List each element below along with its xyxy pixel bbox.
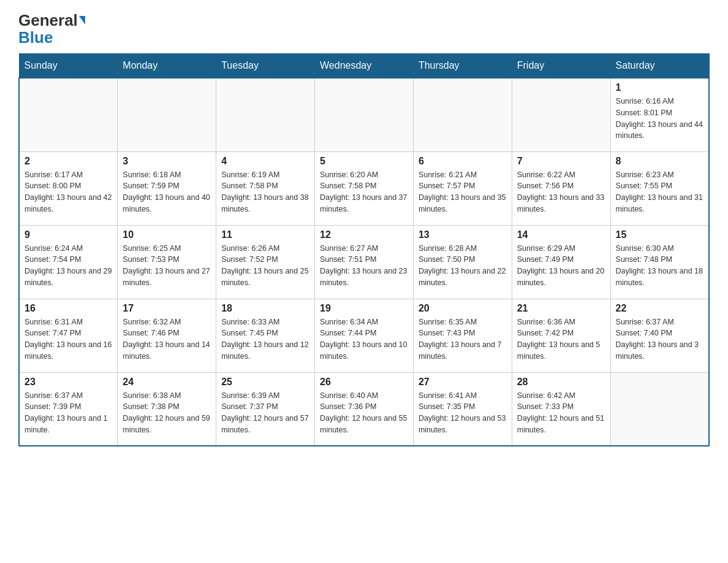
day-number: 18: [221, 303, 309, 314]
calendar-cell: [19, 78, 118, 151]
weekday-header-monday: Monday: [118, 54, 216, 79]
day-info: Sunrise: 6:19 AMSunset: 7:58 PMDaylight:…: [221, 169, 309, 215]
day-info: Sunrise: 6:16 AMSunset: 8:01 PMDaylight:…: [616, 96, 703, 142]
day-info: Sunrise: 6:41 AMSunset: 7:35 PMDaylight:…: [419, 390, 507, 436]
day-info: Sunrise: 6:36 AMSunset: 7:42 PMDaylight:…: [517, 316, 605, 362]
day-number: 21: [517, 303, 605, 314]
calendar-cell: 8Sunrise: 6:23 AMSunset: 7:55 PMDaylight…: [610, 151, 709, 225]
day-info: Sunrise: 6:30 AMSunset: 7:48 PMDaylight:…: [616, 243, 703, 289]
day-number: 28: [517, 377, 605, 388]
weekday-header-row: SundayMondayTuesdayWednesdayThursdayFrid…: [19, 54, 709, 79]
calendar-cell: 9Sunrise: 6:24 AMSunset: 7:54 PMDaylight…: [19, 225, 118, 299]
day-info: Sunrise: 6:39 AMSunset: 7:37 PMDaylight:…: [221, 390, 309, 436]
day-number: 24: [123, 377, 211, 388]
day-info: Sunrise: 6:32 AMSunset: 7:46 PMDaylight:…: [123, 316, 211, 362]
logo-triangle-icon: [79, 16, 85, 25]
calendar-cell: 12Sunrise: 6:27 AMSunset: 7:51 PMDayligh…: [315, 225, 414, 299]
calendar-cell: 4Sunrise: 6:19 AMSunset: 7:58 PMDaylight…: [216, 151, 315, 225]
day-info: Sunrise: 6:31 AMSunset: 7:47 PMDaylight:…: [25, 316, 112, 362]
calendar-cell: 19Sunrise: 6:34 AMSunset: 7:44 PMDayligh…: [315, 299, 414, 372]
weekday-header-wednesday: Wednesday: [315, 54, 414, 79]
day-number: 3: [123, 156, 211, 167]
calendar-cell: 3Sunrise: 6:18 AMSunset: 7:59 PMDaylight…: [118, 151, 216, 225]
logo-text-blue: Blue: [18, 28, 53, 47]
day-number: 27: [419, 377, 507, 388]
calendar-cell: 5Sunrise: 6:20 AMSunset: 7:58 PMDaylight…: [315, 151, 414, 225]
calendar-cell: [118, 78, 216, 151]
calendar-cell: 18Sunrise: 6:33 AMSunset: 7:45 PMDayligh…: [216, 299, 315, 372]
calendar-cell: [315, 78, 414, 151]
day-number: 25: [221, 377, 309, 388]
calendar-cell: [610, 372, 709, 446]
calendar-week-1: 1Sunrise: 6:16 AMSunset: 8:01 PMDaylight…: [19, 78, 709, 151]
day-number: 22: [616, 303, 703, 314]
logo: General Blue: [18, 12, 85, 47]
day-info: Sunrise: 6:21 AMSunset: 7:57 PMDaylight:…: [419, 169, 507, 215]
calendar-week-3: 9Sunrise: 6:24 AMSunset: 7:54 PMDaylight…: [19, 225, 709, 299]
day-info: Sunrise: 6:20 AMSunset: 7:58 PMDaylight:…: [320, 169, 408, 215]
day-number: 10: [123, 229, 211, 240]
day-info: Sunrise: 6:38 AMSunset: 7:38 PMDaylight:…: [123, 390, 211, 436]
day-number: 20: [419, 303, 507, 314]
calendar-cell: 17Sunrise: 6:32 AMSunset: 7:46 PMDayligh…: [118, 299, 216, 372]
day-info: Sunrise: 6:40 AMSunset: 7:36 PMDaylight:…: [320, 390, 408, 436]
calendar-cell: 25Sunrise: 6:39 AMSunset: 7:37 PMDayligh…: [216, 372, 315, 446]
calendar-cell: 26Sunrise: 6:40 AMSunset: 7:36 PMDayligh…: [315, 372, 414, 446]
calendar-cell: 22Sunrise: 6:37 AMSunset: 7:40 PMDayligh…: [610, 299, 709, 372]
day-number: 7: [517, 156, 605, 167]
calendar-cell: 20Sunrise: 6:35 AMSunset: 7:43 PMDayligh…: [413, 299, 512, 372]
day-info: Sunrise: 6:25 AMSunset: 7:53 PMDaylight:…: [123, 243, 211, 289]
day-info: Sunrise: 6:42 AMSunset: 7:33 PMDaylight:…: [517, 390, 605, 436]
day-info: Sunrise: 6:33 AMSunset: 7:45 PMDaylight:…: [221, 316, 309, 362]
calendar-cell: 27Sunrise: 6:41 AMSunset: 7:35 PMDayligh…: [413, 372, 512, 446]
calendar-cell: 15Sunrise: 6:30 AMSunset: 7:48 PMDayligh…: [610, 225, 709, 299]
day-number: 2: [25, 156, 112, 167]
calendar-cell: 16Sunrise: 6:31 AMSunset: 7:47 PMDayligh…: [19, 299, 118, 372]
day-number: 9: [25, 229, 112, 240]
weekday-header-friday: Friday: [512, 54, 610, 79]
calendar-cell: 23Sunrise: 6:37 AMSunset: 7:39 PMDayligh…: [19, 372, 118, 446]
day-number: 11: [221, 229, 309, 240]
day-number: 17: [123, 303, 211, 314]
day-number: 19: [320, 303, 408, 314]
calendar-cell: 6Sunrise: 6:21 AMSunset: 7:57 PMDaylight…: [413, 151, 512, 225]
day-info: Sunrise: 6:35 AMSunset: 7:43 PMDaylight:…: [419, 316, 507, 362]
day-number: 6: [419, 156, 507, 167]
page-header: General Blue: [18, 12, 710, 47]
calendar-cell: [512, 78, 610, 151]
calendar-cell: 7Sunrise: 6:22 AMSunset: 7:56 PMDaylight…: [512, 151, 610, 225]
day-info: Sunrise: 6:18 AMSunset: 7:59 PMDaylight:…: [123, 169, 211, 215]
day-number: 13: [419, 229, 507, 240]
calendar-cell: 2Sunrise: 6:17 AMSunset: 8:00 PMDaylight…: [19, 151, 118, 225]
weekday-header-sunday: Sunday: [19, 54, 118, 79]
day-number: 8: [616, 156, 703, 167]
day-number: 4: [221, 156, 309, 167]
calendar-cell: 14Sunrise: 6:29 AMSunset: 7:49 PMDayligh…: [512, 225, 610, 299]
day-info: Sunrise: 6:28 AMSunset: 7:50 PMDaylight:…: [419, 243, 507, 289]
calendar-week-5: 23Sunrise: 6:37 AMSunset: 7:39 PMDayligh…: [19, 372, 709, 446]
calendar-week-4: 16Sunrise: 6:31 AMSunset: 7:47 PMDayligh…: [19, 299, 709, 372]
day-number: 14: [517, 229, 605, 240]
day-info: Sunrise: 6:23 AMSunset: 7:55 PMDaylight:…: [616, 169, 703, 215]
day-number: 1: [616, 82, 703, 93]
weekday-header-saturday: Saturday: [610, 54, 709, 79]
calendar-table: SundayMondayTuesdayWednesdayThursdayFrid…: [18, 53, 710, 446]
calendar-cell: [216, 78, 315, 151]
calendar-cell: [413, 78, 512, 151]
day-info: Sunrise: 6:37 AMSunset: 7:40 PMDaylight:…: [616, 316, 703, 362]
day-info: Sunrise: 6:29 AMSunset: 7:49 PMDaylight:…: [517, 243, 605, 289]
weekday-header-thursday: Thursday: [413, 54, 512, 79]
weekday-header-tuesday: Tuesday: [216, 54, 315, 79]
day-info: Sunrise: 6:26 AMSunset: 7:52 PMDaylight:…: [221, 243, 309, 289]
calendar-cell: 1Sunrise: 6:16 AMSunset: 8:01 PMDaylight…: [610, 78, 709, 151]
day-info: Sunrise: 6:24 AMSunset: 7:54 PMDaylight:…: [25, 243, 112, 289]
day-info: Sunrise: 6:22 AMSunset: 7:56 PMDaylight:…: [517, 169, 605, 215]
calendar-cell: 28Sunrise: 6:42 AMSunset: 7:33 PMDayligh…: [512, 372, 610, 446]
calendar-cell: 13Sunrise: 6:28 AMSunset: 7:50 PMDayligh…: [413, 225, 512, 299]
day-info: Sunrise: 6:37 AMSunset: 7:39 PMDaylight:…: [25, 390, 112, 436]
calendar-cell: 11Sunrise: 6:26 AMSunset: 7:52 PMDayligh…: [216, 225, 315, 299]
day-info: Sunrise: 6:17 AMSunset: 8:00 PMDaylight:…: [25, 169, 112, 215]
calendar-week-2: 2Sunrise: 6:17 AMSunset: 8:00 PMDaylight…: [19, 151, 709, 225]
day-number: 15: [616, 229, 703, 240]
day-info: Sunrise: 6:27 AMSunset: 7:51 PMDaylight:…: [320, 243, 408, 289]
